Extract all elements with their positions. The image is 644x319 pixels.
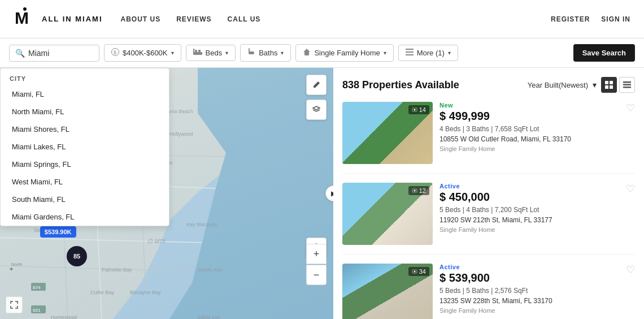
svg-rect-5 — [193, 49, 194, 53]
svg-rect-54 — [605, 81, 608, 84]
map-zoom-in-btn[interactable]: + — [306, 244, 327, 264]
sort-chevron-icon: ▾ — [593, 80, 597, 89]
svg-point-64 — [414, 190, 415, 192]
type-filter-label: Single Family Home — [314, 49, 380, 57]
type-filter-btn[interactable]: Single Family Home ▾ — [295, 44, 393, 62]
property-card-3[interactable]: 34 Active $ 539,900 5 Beds | 5 Baths | 2… — [342, 264, 635, 319]
logo-text: ALL IN MIAMI — [42, 15, 103, 23]
favorite-btn-1[interactable]: ♡ — [626, 102, 635, 114]
svg-text:874: 874 — [33, 285, 41, 290]
property-details-3: 5 Beds | 5 Baths | 2,576 SqFt — [440, 287, 635, 295]
svg-rect-57 — [610, 85, 613, 89]
baths-filter-label: Baths — [259, 49, 277, 57]
svg-text:Hollywood: Hollywood — [169, 131, 193, 137]
beds-filter-btn[interactable]: Beds ▾ — [186, 45, 236, 61]
sign-in-link[interactable]: SIGN IN — [601, 15, 630, 23]
svg-text:Biscayne Bay: Biscayne Bay — [130, 290, 161, 295]
more-chevron-icon: ▾ — [448, 50, 451, 56]
dropdown-item-1[interactable]: North Miami, FL — [1, 103, 169, 120]
search-input-wrap[interactable]: 🔍 — [9, 45, 99, 62]
baths-chevron-icon: ▾ — [281, 50, 284, 56]
map-fullscreen-btn[interactable] — [6, 296, 23, 313]
view-grid-btn[interactable] — [601, 77, 617, 93]
property-image-3: 34 — [342, 264, 433, 319]
favorite-btn-2[interactable]: ♡ — [626, 183, 635, 195]
price-filter-btn[interactable]: $ $400K-$600K ▾ — [104, 44, 181, 62]
map-zoom-controls: + − — [306, 244, 327, 285]
image-count-badge-2: 12 — [408, 186, 429, 195]
property-info-3: Active $ 539,900 5 Beds | 5 Baths | 2,57… — [440, 264, 635, 319]
save-search-button[interactable]: Save Search — [573, 44, 635, 62]
listings-sort: Year Built(Newest) ▾ — [528, 77, 635, 93]
status-badge-2: Active — [440, 183, 635, 189]
map-price-marker[interactable]: $539.90K — [40, 226, 76, 238]
bath-icon — [247, 48, 255, 58]
map-cluster-85[interactable]: 85 — [67, 246, 87, 266]
register-link[interactable]: REGISTER — [551, 15, 590, 23]
status-badge-1: New — [440, 102, 635, 109]
svg-text:Key Biscayne: Key Biscayne — [186, 222, 217, 227]
map-controls-top — [306, 75, 327, 120]
logo-icon: M — [14, 6, 36, 32]
property-card-1[interactable]: 14 New $ 499,999 4 Beds | 3 Baths | 7,65… — [342, 102, 635, 174]
svg-rect-60 — [623, 87, 631, 88]
svg-text:$: $ — [114, 50, 116, 55]
property-type-2: Single Family Home — [440, 226, 635, 233]
property-details-1: 4 Beds | 3 Baths | 7,658 SqFt Lot — [440, 125, 635, 133]
property-image-2: 12 — [342, 183, 433, 245]
listings-panel: 838 Properties Available Year Built(Newe… — [333, 68, 644, 319]
svg-point-1 — [23, 7, 27, 11]
nav-call-us[interactable]: CALL US — [228, 15, 261, 23]
dropdown-item-2[interactable]: Miami Shores, FL — [1, 120, 169, 138]
dropdown-item-6[interactable]: South Miami, FL — [1, 191, 169, 208]
svg-rect-59 — [623, 84, 631, 86]
view-list-btn[interactable] — [619, 77, 635, 93]
svg-rect-6 — [195, 50, 197, 52]
dropdown-item-0[interactable]: Miami, FL — [1, 85, 169, 103]
property-type-3: Single Family Home — [440, 307, 635, 314]
map-layers-btn[interactable] — [306, 100, 327, 120]
listings-header: 838 Properties Available Year Built(Newe… — [342, 77, 635, 93]
svg-marker-48 — [313, 106, 320, 110]
view-toggle — [601, 77, 635, 93]
price-chevron-icon: ▾ — [171, 50, 174, 56]
listings-count: 838 Properties Available — [342, 79, 459, 91]
search-input[interactable] — [28, 49, 85, 58]
map-zoom-out-btn[interactable]: − — [306, 265, 327, 285]
nav-about-us[interactable]: ABOUT US — [121, 15, 161, 23]
more-filter-label: More (1) — [417, 49, 445, 57]
property-card-2[interactable]: 12 Active $ 450,000 5 Beds | 4 Baths | 7… — [342, 183, 635, 255]
svg-text:Sands Key: Sands Key — [198, 267, 223, 273]
svg-marker-11 — [303, 49, 310, 55]
dropdown-item-5[interactable]: West Miami, FL — [1, 173, 169, 191]
dropdown-item-7[interactable]: Miami Gardens, FL — [1, 208, 169, 226]
img-count-2: 12 — [419, 187, 426, 194]
dropdown-item-3[interactable]: Miami Lakes, FL — [1, 138, 169, 156]
svg-text:Palmetto Bay: Palmetto Bay — [102, 267, 132, 273]
svg-rect-7 — [198, 50, 201, 52]
property-address-2: 11920 SW 212th St, Miami, FL 33177 — [440, 216, 635, 224]
baths-filter-btn[interactable]: Baths ▾ — [240, 44, 291, 62]
svg-rect-10 — [249, 50, 250, 51]
nav-reviews[interactable]: REVIEWS — [176, 15, 211, 23]
svg-point-66 — [414, 271, 415, 273]
property-info-2: Active $ 450,000 5 Beds | 4 Baths | 7,20… — [440, 183, 635, 245]
map-edit-btn[interactable] — [306, 75, 327, 95]
svg-point-62 — [414, 109, 415, 111]
marker-85-label: 85 — [73, 253, 80, 260]
svg-text:M: M — [15, 8, 28, 27]
sort-label[interactable]: Year Built(Newest) — [528, 81, 588, 89]
header: M ALL IN MIAMI ABOUT US REVIEWS CALL US … — [0, 0, 644, 38]
header-left: M ALL IN MIAMI ABOUT US REVIEWS CALL US — [14, 6, 260, 32]
svg-text:✦: ✦ — [8, 265, 14, 273]
dollar-icon: $ — [111, 48, 119, 58]
svg-text:Elliott Key: Elliott Key — [198, 314, 221, 319]
svg-rect-55 — [610, 81, 613, 84]
more-filter-btn[interactable]: More (1) ▾ — [398, 45, 458, 61]
svg-text:Homestead: Homestead — [51, 314, 77, 319]
favorite-btn-3[interactable]: ♡ — [626, 264, 635, 276]
beds-filter-label: Beds — [206, 49, 223, 57]
dropdown-item-4[interactable]: Miami Springs, FL — [1, 156, 169, 173]
svg-text:821: 821 — [33, 308, 41, 313]
property-address-3: 13235 SW 228th St, Miami, FL 33170 — [440, 297, 635, 305]
